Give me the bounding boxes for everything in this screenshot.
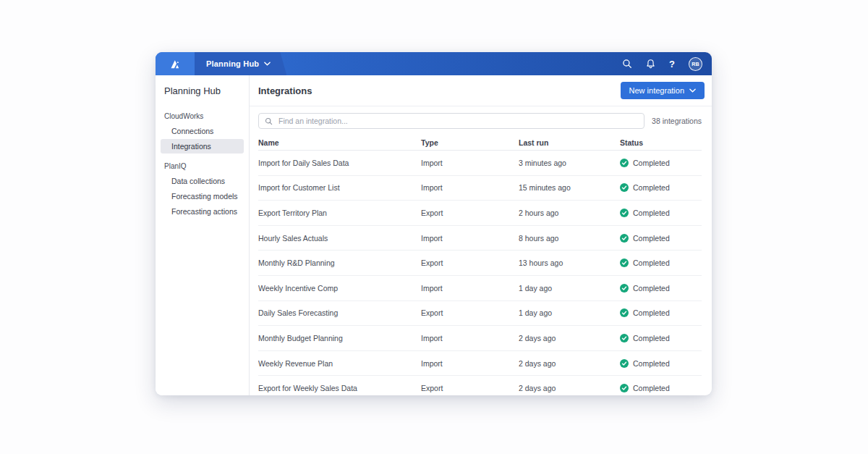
table-row[interactable]: Hourly Sales Actuals Import 8 hours ago …: [258, 226, 702, 251]
sidebar-item-label: Forecasting models: [171, 192, 238, 201]
cell-status-label: Completed: [633, 209, 670, 217]
cell-status: Completed: [620, 209, 702, 217]
table-row[interactable]: Weekly Incentive Comp Import 1 day ago C…: [258, 276, 702, 301]
app-logo[interactable]: [156, 52, 195, 75]
sidebar-section: CloudWorks Connections Integrations: [156, 110, 249, 154]
cell-status: Completed: [620, 183, 702, 192]
topbar: Planning Hub ? RB: [156, 52, 712, 75]
status-check-icon: [620, 284, 629, 293]
search-icon: [265, 117, 273, 125]
cell-type: Import: [421, 234, 519, 243]
cell-status-label: Completed: [633, 159, 670, 167]
cell-status: Completed: [620, 384, 702, 392]
cell-last-run: 3 minutes ago: [519, 159, 620, 167]
status-check-icon: [620, 359, 629, 368]
cell-last-run: 2 days ago: [519, 359, 620, 368]
integration-count: 38 integrations: [652, 117, 702, 125]
cell-type: Import: [421, 284, 519, 293]
cell-name: Export Territory Plan: [258, 209, 421, 217]
cell-last-run: 2 days ago: [519, 334, 620, 342]
table-row[interactable]: Export Territory Plan Export 2 hours ago…: [258, 201, 702, 226]
status-check-icon: [620, 183, 629, 192]
cell-status-label: Completed: [633, 234, 670, 243]
cell-status: Completed: [620, 234, 702, 243]
cell-type: Export: [421, 384, 519, 392]
cell-type: Export: [421, 308, 519, 317]
search-icon[interactable]: [622, 59, 632, 69]
table-row[interactable]: Monthly R&D Planning Export 13 hours ago…: [258, 251, 702, 276]
chevron-down-icon: [264, 62, 271, 66]
help-icon[interactable]: ?: [669, 59, 675, 70]
chevron-down-icon: [689, 88, 696, 93]
new-integration-label: New integration: [629, 86, 684, 95]
status-check-icon: [620, 234, 629, 243]
avatar[interactable]: RB: [689, 57, 702, 71]
table-row[interactable]: Monthly Budget Planning Import 2 days ag…: [258, 326, 702, 351]
search-input[interactable]: [277, 116, 638, 126]
sidebar: Planning Hub CloudWorks Connections Inte…: [156, 75, 250, 395]
sidebar-item-forecasting-actions[interactable]: Forecasting actions: [161, 204, 244, 219]
table-row[interactable]: Weekly Revenue Plan Import 2 days ago Co…: [258, 351, 702, 377]
column-header: Type: [421, 138, 519, 147]
cell-status-label: Completed: [633, 183, 670, 192]
status-check-icon: [620, 308, 629, 317]
cell-type: Import: [421, 359, 519, 368]
page-title: Integrations: [258, 85, 312, 96]
cell-last-run: 15 minutes ago: [519, 183, 620, 192]
cell-name: Weekly Incentive Comp: [258, 284, 421, 293]
sidebar-item-label: Forecasting actions: [171, 207, 237, 216]
column-header: Last run: [519, 138, 620, 147]
sidebar-item-data-collections[interactable]: Data collections: [161, 174, 244, 188]
sidebar-item-forecasting-models[interactable]: Forecasting models: [161, 189, 244, 203]
sidebar-item-label: Connections: [171, 127, 213, 135]
search-row: 38 integrations: [258, 113, 702, 129]
cell-status: Completed: [620, 334, 702, 342]
cell-status: Completed: [620, 284, 702, 293]
cell-name: Monthly R&D Planning: [258, 258, 421, 267]
cell-last-run: 2 hours ago: [519, 209, 620, 217]
cell-last-run: 13 hours ago: [519, 258, 620, 267]
product-switcher-label: Planning Hub: [206, 59, 259, 68]
sidebar-title: Planning Hub: [156, 85, 249, 96]
status-check-icon: [620, 209, 629, 217]
table-row[interactable]: Daily Sales Forecasting Export 1 day ago…: [258, 301, 702, 327]
sidebar-item-integrations[interactable]: Integrations: [161, 139, 244, 154]
table-row[interactable]: Export for Weekly Sales Data Export 2 da…: [258, 376, 702, 395]
product-switcher[interactable]: Planning Hub: [195, 52, 286, 75]
table-row[interactable]: Import for Customer List Import 15 minut…: [258, 176, 702, 201]
cell-status-label: Completed: [633, 359, 670, 368]
cell-type: Import: [421, 334, 519, 342]
topbar-actions: ? RB: [622, 52, 712, 75]
cell-status: Completed: [620, 258, 702, 267]
cell-status: Completed: [620, 159, 702, 167]
cell-type: Import: [421, 159, 519, 167]
cell-status-label: Completed: [633, 308, 670, 317]
sidebar-item-label: Data collections: [171, 177, 225, 185]
sidebar-section-label: PlanIQ: [156, 160, 249, 173]
cell-type: Import: [421, 183, 519, 192]
main-header: Integrations New integration: [250, 75, 712, 106]
sidebar-item-connections[interactable]: Connections: [161, 124, 244, 138]
table-header-row: Name Type Last run Status: [258, 135, 702, 151]
cell-name: Hourly Sales Actuals: [258, 234, 421, 243]
anaplan-logo-icon: [169, 58, 182, 70]
table-row[interactable]: Import for Daily Sales Data Import 3 min…: [258, 151, 702, 176]
cell-name: Weekly Revenue Plan: [258, 359, 421, 368]
sidebar-section-items: Connections Integrations: [156, 124, 249, 154]
cell-last-run: 8 hours ago: [519, 234, 620, 243]
app-window: Planning Hub ? RB Planning Hub CloudWork…: [156, 52, 712, 395]
cell-name: Export for Weekly Sales Data: [258, 384, 421, 392]
integrations-table: Name Type Last run Status Import for Dai…: [258, 135, 702, 395]
sidebar-item-label: Integrations: [171, 142, 211, 151]
cell-status: Completed: [620, 308, 702, 317]
cell-name: Daily Sales Forecasting: [258, 308, 421, 317]
cell-name: Import for Customer List: [258, 183, 421, 192]
cell-status: Completed: [620, 359, 702, 368]
new-integration-button[interactable]: New integration: [621, 82, 705, 99]
bell-icon[interactable]: [646, 59, 655, 69]
main-panel: Integrations New integration 38 integrat…: [250, 75, 712, 395]
sidebar-nav: CloudWorks Connections Integrations Plan…: [156, 110, 249, 219]
cell-status-label: Completed: [633, 258, 670, 267]
column-header: Status: [620, 138, 702, 147]
status-check-icon: [620, 258, 629, 267]
